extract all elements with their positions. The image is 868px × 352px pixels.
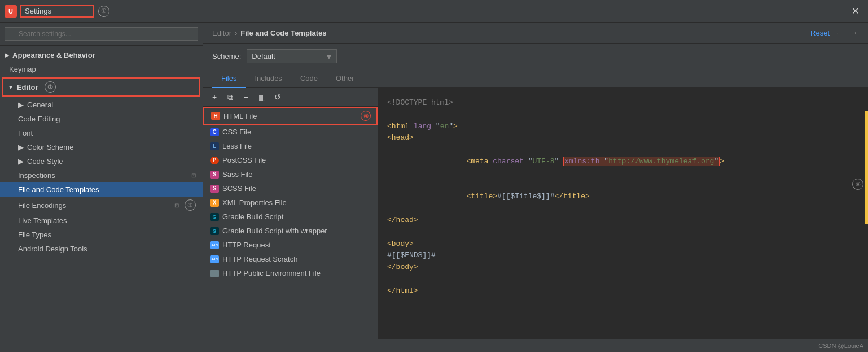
- file-item-label: Gradle Build Script: [222, 212, 283, 221]
- badge-4: ④: [361, 111, 371, 121]
- code-line: [387, 109, 859, 121]
- sidebar-item-editor[interactable]: ▼ Editor ②: [3, 79, 199, 95]
- sidebar-item-inspections[interactable]: Inspections ⊡: [0, 168, 203, 182]
- sidebar-item-code-editing[interactable]: Code Editing: [0, 112, 203, 126]
- nav-back-button[interactable]: ←: [834, 28, 844, 37]
- scheme-select[interactable]: Default Project: [247, 49, 337, 63]
- sidebar-item-live-templates[interactable]: Live Templates: [0, 214, 203, 228]
- code-line: <!DOCTYPE html>: [387, 97, 859, 109]
- file-item-label: HTML File: [223, 112, 257, 120]
- sidebar-item-label: Keymap: [9, 65, 36, 73]
- yellow-accent: [865, 111, 868, 224]
- sidebar-item-general[interactable]: ▶ General: [0, 98, 203, 112]
- file-item-label: Gradle Build Script with wrapper: [222, 227, 327, 235]
- search-wrap: 🔍: [5, 27, 198, 41]
- content-header: Editor › File and Code Templates Reset ←…: [203, 23, 868, 44]
- sidebar-item-font[interactable]: Font: [0, 126, 203, 140]
- file-item-sass[interactable]: S Sass File: [203, 167, 378, 181]
- file-item-http-public[interactable]: HTTP Public Environment File: [203, 266, 378, 280]
- sidebar-item-keymap[interactable]: Keymap: [0, 62, 203, 76]
- badge-3: ③: [185, 199, 196, 211]
- code-line: <body>: [387, 238, 859, 250]
- code-line: <head>: [387, 132, 859, 144]
- tab-files[interactable]: Files: [212, 69, 246, 88]
- chevron-right-icon: ▶: [18, 157, 24, 166]
- tab-code[interactable]: Code: [291, 69, 327, 88]
- sidebar-item-code-style[interactable]: ▶ Code Style: [0, 154, 203, 168]
- less-icon: L: [210, 142, 219, 150]
- file-item-label: CSS File: [222, 128, 251, 136]
- nav-forward-button[interactable]: →: [849, 28, 859, 37]
- sidebar-item-android-design-tools[interactable]: Android Design Tools: [0, 242, 203, 256]
- file-item-http-request[interactable]: API HTTP Request: [203, 238, 378, 252]
- file-item-gradle[interactable]: G Gradle Build Script: [203, 210, 378, 224]
- sidebar-item-file-encodings[interactable]: File Encodings ⊡ ③: [0, 197, 203, 214]
- search-input[interactable]: [5, 27, 198, 41]
- file-item-xml[interactable]: X XML Properties File: [203, 195, 378, 210]
- badge-2: ②: [45, 81, 56, 93]
- gradle-icon: G: [210, 213, 219, 221]
- sidebar-item-label: Code Style: [27, 157, 63, 166]
- code-line: </body>: [387, 262, 859, 273]
- sidebar-item-label: Live Templates: [18, 216, 67, 225]
- code-editor[interactable]: <!DOCTYPE html> <html lang="en"> <head> …: [378, 88, 868, 338]
- file-item-html[interactable]: H HTML File ④: [203, 107, 378, 125]
- duplicate-button[interactable]: ▥: [255, 90, 269, 104]
- file-item-scss[interactable]: S SCSS File: [203, 181, 378, 195]
- tab-other[interactable]: Other: [327, 69, 363, 88]
- nav-tree: ▶ Appearance & Behavior Keymap ▼ Editor …: [0, 46, 203, 352]
- code-line: </head>: [387, 215, 859, 227]
- close-button[interactable]: ✕: [847, 6, 863, 16]
- code-line: <meta charset="UTF-8" xmlns:th="http://w…: [387, 144, 859, 179]
- file-item-label: HTTP Request Scratch: [222, 255, 297, 263]
- file-item-label: PostCSS File: [222, 156, 266, 164]
- code-line: [387, 273, 859, 285]
- api-scratch-icon: API: [210, 255, 219, 263]
- tab-includes[interactable]: Includes: [246, 69, 291, 88]
- code-line: <html lang="en">: [387, 121, 859, 133]
- add-button[interactable]: +: [208, 90, 221, 104]
- sidebar-item-file-types[interactable]: File Types: [0, 228, 203, 242]
- tabs-bar: Files Includes Code Other: [203, 69, 868, 88]
- sidebar-item-file-and-code-templates[interactable]: File and Code Templates: [0, 182, 203, 197]
- sidebar-item-label: Android Design Tools: [18, 245, 87, 253]
- settings-icon2: ⊡: [174, 202, 179, 208]
- sidebar-item-appearance[interactable]: ▶ Appearance & Behavior: [0, 48, 203, 62]
- sidebar-item-label: File and Code Templates: [18, 185, 99, 194]
- file-item-less[interactable]: L Less File: [203, 139, 378, 153]
- file-item-label: HTTP Request: [222, 241, 271, 249]
- postcss-icon: P: [210, 157, 219, 164]
- breadcrumb-sep: ›: [235, 29, 237, 37]
- remove-button[interactable]: −: [239, 90, 253, 104]
- badge-6: ⑥: [852, 179, 863, 190]
- file-item-css[interactable]: C CSS File: [203, 125, 378, 139]
- file-list-toolbar: + ⧉ − ▥ ↺: [203, 88, 378, 107]
- code-line: <title>#[[$Title$]]#</title>: [387, 180, 859, 215]
- file-item-postcss[interactable]: P PostCSS File: [203, 153, 378, 167]
- file-item-http-request-scratch[interactable]: API HTTP Request Scratch: [203, 252, 378, 266]
- sidebar-item-label: Font: [18, 129, 33, 137]
- scheme-label: Scheme:: [212, 52, 241, 60]
- file-item-label: Sass File: [222, 170, 252, 179]
- sidebar: 🔍 ▶ Appearance & Behavior Keymap ▼: [0, 23, 203, 352]
- chevron-right-icon: ▶: [18, 101, 24, 109]
- title-input[interactable]: [20, 5, 94, 18]
- api-icon: API: [210, 241, 219, 249]
- reset-button[interactable]: ↺: [271, 90, 284, 104]
- file-item-gradle-wrapper[interactable]: G Gradle Build Script with wrapper: [203, 224, 378, 238]
- generic-icon: [210, 270, 219, 277]
- file-list: H HTML File ④ C CSS File L Less File: [203, 107, 378, 352]
- code-line: [387, 227, 859, 238]
- scheme-wrap: Default Project ▼: [247, 49, 337, 63]
- reset-button[interactable]: Reset: [810, 29, 830, 37]
- scheme-row: Scheme: Default Project ▼: [203, 44, 868, 69]
- copy-button[interactable]: ⧉: [223, 90, 237, 104]
- split-pane: + ⧉ − ▥ ↺ H HTML File ④: [203, 88, 868, 352]
- file-item-label: SCSS File: [222, 184, 256, 193]
- sidebar-item-color-scheme[interactable]: ▶ Color Scheme: [0, 140, 203, 154]
- sass-icon: S: [210, 171, 219, 179]
- main-container: 🔍 ▶ Appearance & Behavior Keymap ▼: [0, 23, 868, 352]
- html-icon: H: [211, 112, 220, 120]
- search-bar: 🔍: [0, 23, 203, 46]
- sidebar-item-label: Code Editing: [18, 115, 60, 123]
